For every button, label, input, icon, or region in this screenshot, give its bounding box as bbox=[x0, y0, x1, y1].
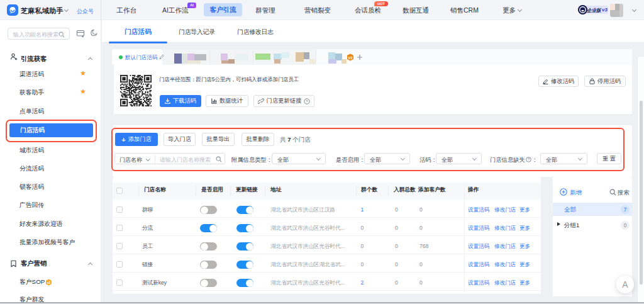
svg-text:?: ? bbox=[306, 99, 309, 103]
svg-text:V2: V2 bbox=[348, 56, 353, 60]
svg-text:v2: v2 bbox=[47, 281, 50, 284]
